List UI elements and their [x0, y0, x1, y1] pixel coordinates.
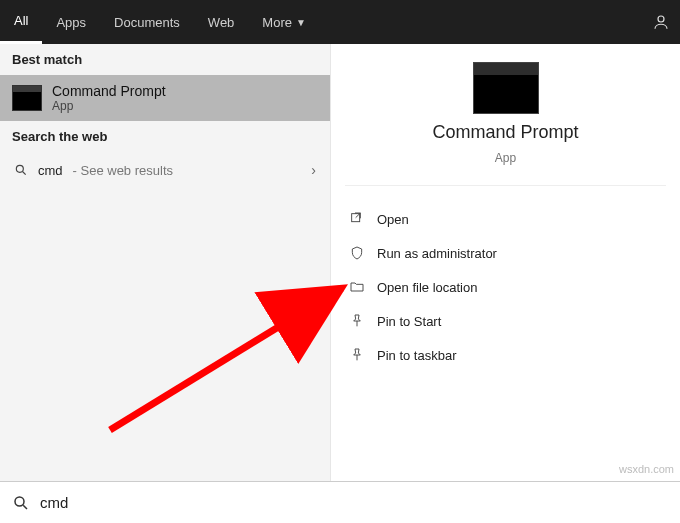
search-bar[interactable] [0, 481, 680, 523]
tab-all[interactable]: All [0, 0, 42, 44]
action-pin-to-start[interactable]: Pin to Start [335, 304, 676, 338]
action-list: Open Run as administrator Open file loca… [331, 200, 680, 374]
search-web-header: Search the web [0, 121, 330, 152]
preview-subtitle: App [495, 151, 516, 165]
tab-label: More [262, 15, 292, 30]
tab-documents[interactable]: Documents [100, 0, 194, 44]
tab-label: Web [208, 15, 235, 30]
web-result-item[interactable]: cmd - See web results › [0, 152, 330, 188]
tab-label: Documents [114, 15, 180, 30]
tab-label: All [14, 13, 28, 28]
action-run-as-admin[interactable]: Run as administrator [335, 236, 676, 270]
action-label: Pin to taskbar [377, 348, 457, 363]
action-pin-to-taskbar[interactable]: Pin to taskbar [335, 338, 676, 372]
tab-more[interactable]: More ▼ [248, 0, 320, 44]
spacer [320, 0, 642, 44]
open-icon [349, 211, 365, 227]
web-hint: - See web results [73, 163, 173, 178]
result-subtitle: App [52, 99, 166, 113]
command-prompt-icon [473, 62, 539, 114]
tab-label: Apps [56, 15, 86, 30]
tab-web[interactable]: Web [194, 0, 249, 44]
main-area: Best match Command Prompt App Search the… [0, 44, 680, 481]
command-prompt-icon [12, 85, 42, 111]
svg-line-2 [23, 172, 26, 175]
results-pane: Best match Command Prompt App Search the… [0, 44, 330, 481]
pin-icon [349, 347, 365, 363]
action-label: Run as administrator [377, 246, 497, 261]
action-open-file-location[interactable]: Open file location [335, 270, 676, 304]
preview-title: Command Prompt [432, 122, 578, 143]
svg-point-7 [15, 497, 24, 506]
action-label: Pin to Start [377, 314, 441, 329]
action-open[interactable]: Open [335, 202, 676, 236]
best-match-item[interactable]: Command Prompt App [0, 75, 330, 121]
web-term: cmd [38, 163, 63, 178]
best-match-text: Command Prompt App [52, 83, 166, 113]
action-label: Open [377, 212, 409, 227]
preview-hero: Command Prompt App [345, 62, 666, 186]
chevron-down-icon: ▼ [296, 17, 306, 28]
shield-icon [349, 245, 365, 261]
best-match-header: Best match [0, 44, 330, 75]
search-scope-tabs: All Apps Documents Web More ▼ [0, 0, 680, 44]
svg-point-1 [16, 165, 23, 172]
action-label: Open file location [377, 280, 477, 295]
folder-icon [349, 279, 365, 295]
search-icon [14, 163, 28, 177]
svg-point-0 [658, 16, 664, 22]
pin-icon [349, 313, 365, 329]
search-input[interactable] [40, 494, 668, 511]
chevron-right-icon: › [311, 162, 316, 178]
search-icon [12, 494, 30, 512]
account-icon[interactable] [642, 0, 680, 44]
svg-line-8 [23, 505, 27, 509]
result-title: Command Prompt [52, 83, 166, 99]
tab-apps[interactable]: Apps [42, 0, 100, 44]
preview-pane: Command Prompt App Open Run as administr… [330, 44, 680, 481]
watermark: wsxdn.com [619, 463, 674, 475]
